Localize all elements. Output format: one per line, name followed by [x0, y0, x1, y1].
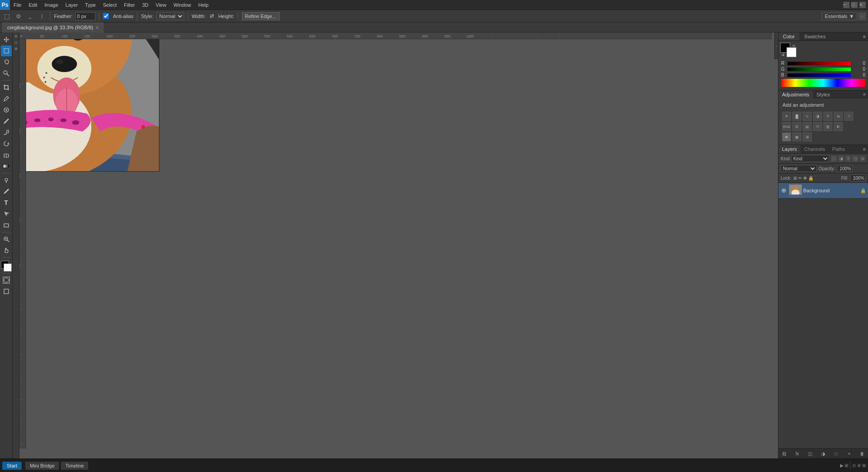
new-layer-icon[interactable]: +: [845, 450, 853, 457]
link-layers-icon[interactable]: ⛓: [781, 450, 788, 457]
hand-tool[interactable]: [1, 245, 12, 256]
menu-3d[interactable]: 3D: [139, 1, 152, 9]
close-button[interactable]: ×: [859, 2, 866, 8]
layers-panel-menu[interactable]: ≡: [861, 145, 868, 153]
eyedropper-tool[interactable]: [1, 93, 12, 104]
eraser-tool[interactable]: [1, 150, 12, 160]
layers-tab[interactable]: Layers: [778, 145, 800, 153]
opacity-input[interactable]: [837, 165, 853, 172]
lock-move-icon[interactable]: ✥: [803, 176, 807, 181]
styles-tab[interactable]: Styles: [813, 91, 834, 99]
document-tab-close[interactable]: ×: [96, 25, 99, 30]
start-button[interactable]: Start: [2, 462, 22, 470]
filter-type-icon[interactable]: T: [845, 155, 851, 162]
solid-fill-icon[interactable]: ■: [782, 132, 791, 141]
background-swatch[interactable]: [4, 263, 12, 272]
document-tab[interactable]: corgibackground.jpg @ 33.3% (RGB/8) ×: [2, 23, 104, 32]
feather-input[interactable]: [75, 12, 95, 20]
healing-tool[interactable]: [1, 104, 12, 115]
paths-tab[interactable]: Paths: [829, 145, 849, 153]
filter-shape-icon[interactable]: ◻: [852, 155, 859, 162]
r-track[interactable]: [787, 62, 851, 65]
fg-bg-swatches[interactable]: ⇄ ◪: [780, 43, 796, 57]
color-swatches[interactable]: [1, 261, 12, 272]
menu-select[interactable]: Select: [99, 1, 121, 9]
menu-file[interactable]: File: [10, 1, 25, 9]
workspace-search-icon[interactable]: ⌕: [859, 13, 866, 20]
fill-input[interactable]: [850, 174, 866, 182]
blend-mode-select[interactable]: Normal: [781, 165, 817, 172]
lasso-tool[interactable]: [1, 57, 12, 68]
menu-type[interactable]: Type: [81, 1, 99, 9]
menu-window[interactable]: Window: [170, 1, 194, 9]
channel-mixer-icon[interactable]: RGB: [782, 122, 791, 131]
history-brush-tool[interactable]: [1, 138, 12, 149]
refine-edge-button[interactable]: Refine Edge...: [242, 12, 280, 20]
crop-tool[interactable]: [1, 82, 12, 93]
color-tab[interactable]: Color: [778, 32, 800, 41]
menu-view[interactable]: View: [152, 1, 170, 9]
move-tool[interactable]: [1, 34, 12, 45]
timeline-button[interactable]: Timeline: [61, 462, 88, 470]
essentials-button[interactable]: Essentials ▼: [822, 12, 857, 20]
exposure-icon[interactable]: ◑: [813, 112, 822, 121]
swatches-tab[interactable]: Swatches: [800, 32, 831, 41]
hue-sat-icon[interactable]: ⊛: [834, 112, 843, 121]
width-height-swap-icon[interactable]: ⇄: [208, 12, 216, 20]
brush-tool[interactable]: [1, 116, 12, 127]
menu-layer[interactable]: Layer: [62, 1, 81, 9]
filter-adjustment-icon[interactable]: ◑: [838, 155, 844, 162]
minimize-button[interactable]: −: [843, 2, 850, 8]
invert-icon[interactable]: ⊘: [792, 122, 801, 131]
new-group-icon[interactable]: □: [832, 450, 840, 457]
curves-icon[interactable]: ∿: [803, 112, 812, 121]
color-balance-icon[interactable]: ▽: [844, 112, 853, 121]
marquee-col-icon[interactable]: |: [37, 12, 46, 21]
filter-pixel-icon[interactable]: ⬚: [831, 155, 837, 162]
g-track[interactable]: [787, 68, 851, 71]
channels-tab[interactable]: Channels: [800, 145, 828, 153]
adjustments-panel-menu[interactable]: ≡: [861, 91, 868, 99]
new-fill-layer-icon[interactable]: ◑: [819, 450, 827, 457]
gradient-fill-icon[interactable]: ▦: [792, 132, 801, 141]
layer-visibility-icon[interactable]: [781, 187, 787, 194]
default-colors-icon[interactable]: ◪: [781, 52, 785, 56]
path-selection-tool[interactable]: [1, 209, 12, 219]
adjustments-tab[interactable]: Adjustments: [778, 91, 813, 99]
b-track[interactable]: [787, 73, 851, 77]
marquee-tool[interactable]: [1, 45, 12, 56]
color-panel-menu[interactable]: ≡: [861, 32, 868, 41]
dodge-tool[interactable]: [1, 175, 12, 186]
filter-type-select[interactable]: Kind: [791, 155, 829, 162]
gradient-tool[interactable]: [1, 161, 12, 172]
marquee-row-icon[interactable]: ⎯: [26, 12, 35, 21]
quick-mask-mode[interactable]: [1, 275, 12, 286]
filter-smart-icon[interactable]: ⊙: [859, 155, 866, 162]
background-color[interactable]: [787, 47, 796, 57]
anti-alias-checkbox[interactable]: [103, 13, 109, 19]
style-select[interactable]: Normal: [156, 12, 184, 20]
posterize-icon[interactable]: ▤: [803, 122, 812, 131]
pen-tool[interactable]: [1, 186, 12, 197]
screen-mode[interactable]: [1, 286, 12, 297]
panel-icon-3[interactable]: ⊠: [13, 46, 18, 51]
mini-bridge-button[interactable]: Mini Bridge: [25, 462, 59, 470]
add-mask-icon[interactable]: ◫: [807, 450, 814, 457]
lock-transparent-icon[interactable]: ⊞: [793, 176, 797, 181]
brightness-contrast-icon[interactable]: ☀: [782, 112, 791, 121]
gradient-map-icon[interactable]: ▥: [823, 122, 832, 131]
type-tool[interactable]: T: [1, 197, 12, 208]
panel-icon-2[interactable]: ⊡: [13, 40, 18, 45]
menu-edit[interactable]: Edit: [25, 1, 41, 9]
delete-layer-icon[interactable]: 🗑: [859, 450, 866, 457]
marquee-ellipse-icon[interactable]: ⊙: [14, 12, 23, 21]
threshold-icon[interactable]: ⊓: [813, 122, 822, 131]
layer-fx-icon[interactable]: fx: [794, 450, 801, 457]
background-layer-item[interactable]: Background 🔒: [778, 183, 868, 199]
zoom-tool[interactable]: [1, 234, 12, 245]
lock-paint-icon[interactable]: ✏: [798, 176, 802, 181]
lock-all-icon[interactable]: 🔒: [808, 176, 814, 181]
maximize-button[interactable]: □: [851, 2, 858, 8]
menu-help[interactable]: Help: [195, 1, 212, 9]
swap-colors-icon[interactable]: ⇄: [792, 44, 796, 48]
